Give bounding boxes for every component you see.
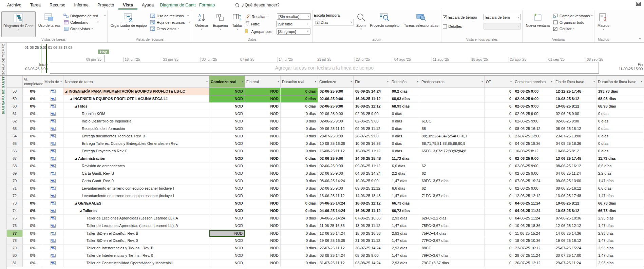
cell-cprev[interactable]: 12-06-25 12:12 — [513, 192, 554, 199]
task-mode-icon[interactable] — [43, 110, 63, 117]
cell-fbase[interactable]: 04-06-25 11:24 — [554, 170, 596, 177]
cell-task-name[interactable]: ◢GENERALES — [63, 200, 209, 207]
task-mode-icon[interactable] — [43, 222, 63, 229]
timescale-dropdown[interactable]: [2] Días˅ — [314, 19, 354, 25]
cell-pct[interactable]: 0% — [23, 192, 43, 199]
cell-pct[interactable]: 0% — [23, 88, 43, 95]
cell-ot[interactable]: 0 — [485, 103, 513, 110]
cell-dbase[interactable]: 0 días — [596, 125, 644, 132]
cell-com[interactable]: 04-06-25 14:24 — [318, 215, 354, 222]
cell-dbase[interactable]: 2,93 días — [596, 215, 644, 222]
cell-creal[interactable]: NOD — [209, 148, 245, 155]
cell-freal[interactable]: NOD — [245, 133, 281, 140]
row-number[interactable]: 75 — [7, 215, 23, 222]
collapse-triangle-icon[interactable]: ◢ — [75, 200, 77, 207]
cell-fbase[interactable]: 12-12-25 17:48 — [554, 88, 596, 95]
cell-cprev[interactable]: 02-06-25 9:00 — [513, 103, 554, 110]
cell-cprev[interactable]: 02-06-25 9:00 — [513, 110, 554, 117]
column-filter-arrow-icon[interactable]: ▾ — [242, 80, 243, 83]
cell-creal[interactable]: NOD — [209, 125, 245, 132]
cell-com[interactable]: 02-06-25 9:00 — [318, 185, 354, 192]
task-mode-icon[interactable] — [43, 170, 63, 177]
column-header-id[interactable] — [7, 76, 23, 88]
cell-com[interactable]: 02-06-25 9:00 — [318, 95, 354, 102]
cell-pct[interactable]: 0% — [23, 155, 43, 162]
column-header-freal[interactable]: Fin real▾ — [245, 76, 281, 88]
selected-tasks-button[interactable]: Tareas seleccionadas — [402, 11, 440, 37]
cell-fbase[interactable]: 10-08-25 8:12 — [554, 103, 596, 110]
cell-creal[interactable]: NOD — [209, 230, 245, 237]
cell-dbase[interactable]: 66,73 días — [596, 207, 644, 214]
cell-dreal[interactable]: 0 días — [281, 118, 318, 125]
cell-fbase[interactable]: 04-08-25 18:36 — [554, 140, 596, 147]
cell-freal[interactable]: NOD — [245, 215, 281, 222]
cell-freal[interactable]: NOD — [245, 95, 281, 102]
details-checkbox[interactable] — [443, 24, 447, 28]
cell-fin[interactable]: 09-06-25 11:12 — [354, 125, 390, 132]
cell-dreal[interactable]: 0 días — [281, 155, 318, 162]
cell-task-name[interactable]: Reunión KOM — [63, 110, 209, 117]
cell-ot[interactable]: 0 — [485, 260, 513, 267]
menu-vista[interactable]: Vista — [118, 1, 137, 9]
cell-ot[interactable]: 0 — [485, 133, 513, 140]
task-mode-icon[interactable] — [43, 148, 63, 155]
cell-dreal[interactable]: 0 días — [281, 222, 318, 229]
cell-ot[interactable]: 0 — [485, 118, 513, 125]
task-mode-icon[interactable] — [43, 118, 63, 125]
column-filter-arrow-icon[interactable]: ▾ — [510, 80, 512, 83]
timeline-pane-strip[interactable]: ESCALA DE TIEMPO — [0, 43, 7, 75]
cell-fbase[interactable]: 25-07-25 15:24 — [554, 245, 596, 252]
cell-freal[interactable]: NOD — [245, 230, 281, 237]
cell-dur[interactable]: 68,93 días — [390, 95, 420, 102]
cell-dur[interactable]: 2,93 días — [390, 215, 420, 222]
cell-fin[interactable]: 09-06-25 11:12 — [354, 185, 390, 192]
cell-dreal[interactable]: 0 días — [281, 140, 318, 147]
column-header-pred[interactable]: Predecesoras▾ — [420, 76, 485, 88]
cell-pct[interactable]: 0% — [23, 110, 43, 117]
row-number[interactable]: 65 — [7, 140, 23, 147]
cell-fin[interactable]: 10-08-25 16:36 — [354, 140, 390, 147]
cell-freal[interactable]: NOD — [245, 103, 281, 110]
cell-cprev[interactable]: 10-06-25 18:36 — [513, 222, 554, 229]
restore-window-icon[interactable] — [636, 2, 641, 6]
cell-dreal[interactable]: 0 días — [281, 185, 318, 192]
timeline-view-dropdown[interactable]: Escala de tiem˅ — [484, 14, 521, 20]
cell-dur[interactable]: 2,93 días — [390, 230, 420, 237]
cell-com[interactable]: 02-06-25 9:00 — [318, 118, 354, 125]
task-mode-icon[interactable] — [43, 230, 63, 237]
row-number[interactable]: 60 — [7, 103, 23, 110]
cell-fbase[interactable]: 13-06-25 17:48 — [554, 155, 596, 162]
menu-tarea[interactable]: Tarea — [26, 1, 45, 9]
column-header-fin[interactable]: Fin▾ — [354, 76, 390, 88]
cell-ot[interactable]: 0 — [485, 200, 513, 207]
cell-task-name[interactable]: Revisión de antecedentes — [63, 162, 209, 170]
cell-cprev[interactable]: 02-06-25 9:00 — [513, 185, 554, 192]
cell-fin[interactable]: 07-06-25 16:36 — [354, 215, 390, 222]
cell-pct[interactable]: 0% — [23, 207, 43, 214]
cell-pred[interactable]: 75FC+3,67 días — [420, 222, 485, 229]
column-header-mode[interactable]: Modo de▾ — [43, 76, 63, 88]
cell-fin[interactable]: 15-06-25 16:36 — [354, 230, 390, 237]
cell-creal[interactable]: NOD — [209, 170, 245, 177]
column-header-dreal[interactable]: Duración real▾ — [281, 76, 318, 88]
row-number[interactable]: 67 — [7, 155, 23, 162]
cell-fin[interactable]: 28-07-25 9:00 — [354, 133, 390, 140]
cell-com[interactable]: 19-06-25 16:36 — [318, 237, 354, 244]
task-mode-icon[interactable] — [43, 207, 63, 214]
network-diagram-button[interactable]: Diagrama de red˅ — [63, 13, 106, 18]
cell-com[interactable]: 09-06-25 11:12 — [318, 125, 354, 132]
cell-dreal[interactable]: 0 días — [281, 103, 318, 110]
cell-cprev[interactable]: 07-06-25 19:24 — [513, 177, 554, 185]
cell-ot[interactable]: 0 — [485, 177, 513, 185]
cell-dreal[interactable]: 0 días — [281, 148, 318, 155]
collapse-triangle-icon[interactable]: ◢ — [75, 155, 77, 162]
cell-com[interactable]: 02-06-25 9:00 — [318, 155, 354, 162]
cell-fbase[interactable]: 10-08-25 8:12 — [554, 207, 596, 214]
task-mode-icon[interactable] — [43, 162, 63, 170]
cell-creal[interactable]: NOD — [209, 133, 245, 140]
cell-dur[interactable]: 6,6 días — [390, 162, 420, 170]
cell-creal[interactable]: NOD — [209, 177, 245, 185]
cell-cprev[interactable]: 02-06-25 9:00 — [513, 170, 554, 177]
cell-task-name[interactable]: Carta Gantt. Rev. B — [63, 170, 209, 177]
group-by-dropdown[interactable]: [Sin grupo]˅ — [277, 28, 310, 35]
